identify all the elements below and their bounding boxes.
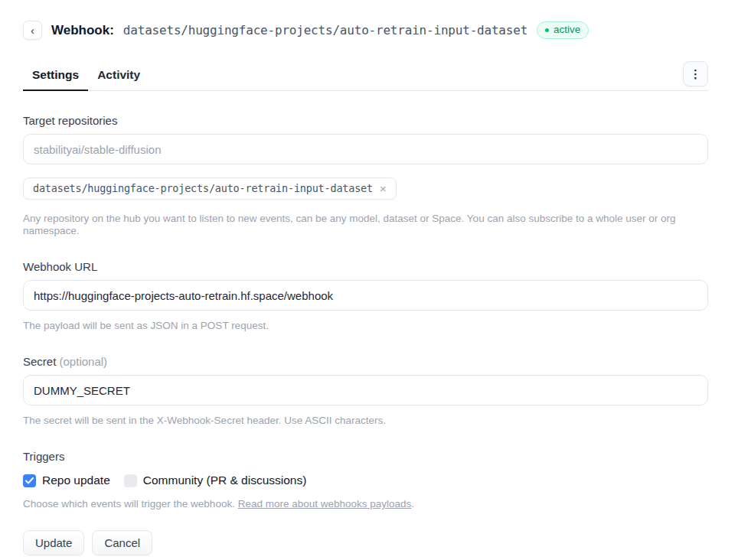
webhook-url-input[interactable] (23, 280, 708, 311)
page-header: ‹ Webhook: datasets/huggingface-projects… (23, 21, 708, 40)
chevron-left-icon: ‹ (31, 24, 34, 36)
status-dot-icon (545, 28, 549, 32)
triggers-section: Triggers Repo update Community (PR & dis… (23, 450, 708, 510)
webhook-url-section: Webhook URL The payload will be sent as … (23, 260, 708, 332)
trigger-community[interactable]: Community (PR & discussions) (124, 474, 307, 487)
target-repositories-input[interactable] (23, 134, 708, 164)
triggers-options: Repo update Community (PR & discussions) (23, 474, 708, 487)
repo-chip-label: datasets/huggingface-projects/auto-retra… (33, 182, 373, 194)
tab-bar: Settings Activity ⋮ (23, 63, 708, 91)
repo-chip: datasets/huggingface-projects/auto-retra… (23, 177, 397, 200)
remove-chip-icon[interactable]: × (380, 183, 387, 194)
webhook-settings-page: ‹ Webhook: datasets/huggingface-projects… (0, 0, 738, 555)
webhook-repo-name: datasets/huggingface-projects/auto-retra… (123, 23, 527, 37)
checkbox-unchecked-icon[interactable] (124, 474, 137, 487)
target-repositories-help: Any repository on the hub you want to li… (23, 213, 708, 237)
checkmark-icon (25, 477, 34, 484)
triggers-label: Triggers (23, 450, 708, 463)
more-options-button[interactable]: ⋮ (683, 61, 708, 86)
trigger-community-label: Community (PR & discussions) (143, 474, 307, 487)
secret-input[interactable] (23, 375, 708, 405)
trigger-repo-update-label: Repo update (42, 474, 110, 487)
secret-optional-label: (optional) (60, 355, 108, 368)
secret-section: Secret (optional) The secret will be sen… (23, 355, 708, 427)
webhooks-payloads-link[interactable]: Read more about webhooks payloads (238, 498, 412, 510)
target-repositories-section: Target repositories datasets/huggingface… (23, 114, 708, 237)
trigger-repo-update[interactable]: Repo update (23, 474, 110, 487)
webhook-url-label: Webhook URL (23, 260, 708, 273)
status-badge: active (537, 21, 589, 39)
status-badge-label: active (554, 24, 580, 36)
tab-activity[interactable]: Activity (88, 63, 149, 90)
kebab-menu-icon: ⋮ (690, 68, 701, 80)
form-actions: Update Cancel (23, 530, 708, 555)
target-repositories-label: Target repositories (23, 114, 708, 127)
triggers-help: Choose which events will trigger the web… (23, 498, 708, 510)
selected-repos-row: datasets/huggingface-projects/auto-retra… (23, 177, 708, 200)
update-button[interactable]: Update (23, 530, 84, 555)
cancel-button[interactable]: Cancel (92, 530, 152, 555)
page-title: Webhook: (51, 23, 114, 38)
back-button[interactable]: ‹ (23, 21, 42, 40)
webhook-url-help: The payload will be sent as JSON in a PO… (23, 320, 708, 332)
secret-label: Secret (optional) (23, 355, 708, 368)
checkbox-checked-icon[interactable] (23, 474, 36, 487)
secret-help: The secret will be sent in the X-Webhook… (23, 415, 708, 427)
tab-settings[interactable]: Settings (23, 63, 88, 91)
